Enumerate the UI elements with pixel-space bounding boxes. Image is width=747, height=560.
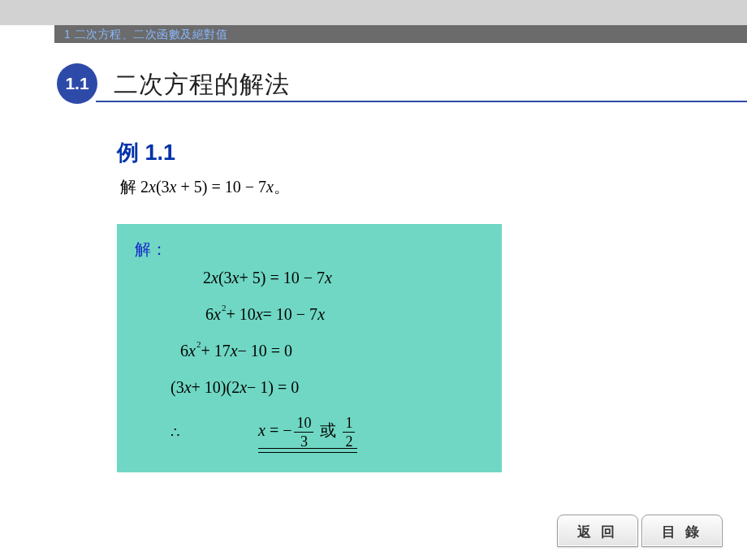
solution-step-1: 2x(3x + 5) = 10 − 7x [203, 269, 332, 287]
example-label: 例 1.1 [117, 138, 175, 167]
toc-button-label: 目 錄 [662, 523, 703, 541]
problem-prefix: 解 [120, 178, 140, 196]
section-number: 1.1 [65, 74, 89, 93]
section-header: 1.1 二次方程的解法 [0, 63, 747, 104]
section-underline [96, 101, 747, 102]
solution-step-3: 6x2 + 17x − 10 = 0 [180, 342, 292, 360]
solution-label: 解： [135, 239, 167, 261]
chapter-strip: 1 二次方程、二次函數及絕對值 [54, 25, 747, 43]
problem-statement: 解 2x(3x + 5) = 10 − 7x。 [120, 176, 290, 198]
solution-step-2: 6x2 + 10x = 10 − 7x [205, 305, 325, 324]
toc-button[interactable]: 目 錄 [641, 515, 723, 547]
section-number-badge: 1.1 [57, 63, 97, 104]
solution-step-4: (3x + 10)(2x − 1) = 0 [171, 378, 299, 397]
top-gray-band [0, 0, 747, 25]
therefore-symbol: ∴ [171, 424, 180, 442]
back-button-label: 返 回 [577, 523, 619, 541]
chapter-label: 1 二次方程、二次函數及絕對值 [64, 28, 227, 41]
problem-math: 2x(3x + 5) = 10 − 7x [140, 178, 274, 196]
final-answer: x = −103 或 12 [258, 416, 357, 449]
problem-suffix: 。 [274, 178, 290, 196]
chapter-strip-left-gap [0, 25, 54, 43]
solution-panel: 解： 2x(3x + 5) = 10 − 7x 6x2 + 10x = 10 −… [117, 224, 502, 472]
solution-final: x = −103 或 12 [258, 414, 357, 450]
back-button[interactable]: 返 回 [557, 515, 638, 547]
section-title: 二次方程的解法 [114, 68, 290, 101]
